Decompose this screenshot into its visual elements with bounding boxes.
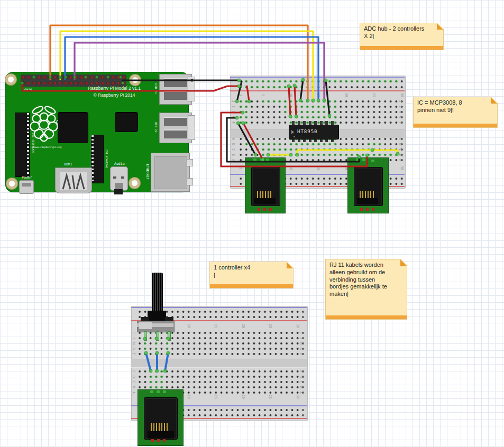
connected-holes xyxy=(148,369,164,374)
row-letter-label: H xyxy=(399,111,402,113)
sticky-note-rj11[interactable]: RJ 11 kabels worden alleen gebruikt om d… xyxy=(325,259,407,320)
row-letter-label: D xyxy=(299,376,303,378)
column-number-label: 20 xyxy=(242,324,245,328)
connected-holes xyxy=(238,79,399,84)
ic-chip[interactable]: HT8950 xyxy=(289,125,339,139)
sticky-note-adc-hub[interactable]: ADC hub - 2 controllers X 2| xyxy=(360,23,444,50)
column-number-label: 15 xyxy=(214,324,217,328)
usb-port-tip xyxy=(188,115,195,140)
ethernet-label: ETHERNET xyxy=(146,164,150,180)
row-letter-label: G xyxy=(132,348,135,350)
power-rail-blue-line xyxy=(230,77,405,78)
connected-holes xyxy=(153,341,159,346)
column-number-label: 25 xyxy=(269,395,272,399)
power-rail-red-line xyxy=(230,90,405,91)
column-number-label: 15 xyxy=(317,166,320,170)
row-letter-label: C xyxy=(132,381,135,383)
rj11-connector-3[interactable] xyxy=(138,389,184,446)
column-number-label: 10 xyxy=(187,324,190,328)
note-text: RJ 11 kabels worden alleen gebruikt om d… xyxy=(329,262,404,298)
connected-holes xyxy=(238,120,249,125)
connected-holes xyxy=(164,351,170,357)
connected-holes xyxy=(238,104,249,109)
sticky-note-controller[interactable]: 1 controller x4 | xyxy=(209,262,294,288)
column-number-label: 20 xyxy=(345,93,348,97)
connected-holes xyxy=(153,346,159,351)
soc-chip xyxy=(58,112,88,143)
row-letter-label: H xyxy=(132,342,135,344)
audio-jack-barrel xyxy=(114,189,123,194)
pi-url-text: http://www.raspberrypi.org xyxy=(24,146,61,148)
row-letter-label: A xyxy=(132,392,135,394)
mounting-hole xyxy=(5,74,16,85)
gpio-label: GPIO xyxy=(24,88,32,91)
connected-holes xyxy=(238,109,249,115)
row-letter-label: D xyxy=(399,143,402,145)
sticky-note-ic-info[interactable]: IC = MCP3008, 8 pinnen niet 9|! xyxy=(413,97,498,128)
potentiometer-leg xyxy=(156,331,159,341)
row-letter-label: I xyxy=(232,106,235,108)
connected-holes xyxy=(238,115,249,120)
connected-holes xyxy=(244,142,283,147)
connected-holes xyxy=(153,351,159,357)
note-fold-corner xyxy=(400,259,407,266)
connected-holes xyxy=(238,99,249,104)
column-number-label: 15 xyxy=(317,93,320,97)
row-letter-label: F xyxy=(299,353,303,355)
ethernet-tab xyxy=(187,178,193,185)
mounting-hole xyxy=(129,178,140,189)
connected-holes xyxy=(255,147,299,152)
column-number-label: 25 xyxy=(269,324,272,328)
row-letter-label: E xyxy=(232,138,235,140)
row-letter-label: G xyxy=(399,116,402,118)
raspberry-pi-board[interactable]: GPIO Raspberry Pi Model 2 v1.1 © Raspber… xyxy=(5,72,189,192)
potentiometer-shaft xyxy=(152,273,163,313)
rj11-connector-1[interactable] xyxy=(245,157,286,213)
fritzing-canvas[interactable]: GPIO Raspberry Pi Model 2 v1.1 © Raspber… xyxy=(0,0,504,447)
column-number-label: 10 xyxy=(289,93,292,97)
csi-label: CSI (CAMERA) xyxy=(105,150,108,169)
usb-controller-chip xyxy=(115,112,138,132)
note-text: ADC hub - 2 controllers X 2| xyxy=(364,25,441,40)
hdmi-port xyxy=(55,167,92,193)
connected-holes xyxy=(148,374,164,379)
row-letter-label: C xyxy=(299,381,303,383)
rj11-gold-pins xyxy=(257,191,273,198)
row-letter-label: J xyxy=(232,100,235,103)
row-letter-label: F xyxy=(132,353,135,355)
ethernet-port xyxy=(151,153,190,192)
connected-holes xyxy=(142,351,148,357)
note-fold-corner xyxy=(287,262,293,268)
row-letter-label: B xyxy=(399,154,402,156)
column-number-label: 10 xyxy=(187,395,190,399)
potentiometer[interactable] xyxy=(137,273,174,341)
note-fold-corner xyxy=(437,23,443,30)
rj11-connector-2[interactable] xyxy=(347,157,389,213)
row-letter-label: H xyxy=(232,111,235,113)
row-letter-label: B xyxy=(132,386,135,388)
note-resize-bar xyxy=(326,315,407,319)
column-number-label: 30 xyxy=(400,93,404,97)
row-letter-label: A xyxy=(232,159,235,161)
connected-holes xyxy=(288,142,338,147)
column-number-label: 30 xyxy=(400,166,404,170)
row-letter-label: I xyxy=(299,337,303,339)
connected-holes xyxy=(164,346,170,351)
ethernet-tab xyxy=(187,159,193,166)
usb-label: USB 2x xyxy=(154,122,158,133)
connected-holes xyxy=(148,379,164,385)
connected-holes xyxy=(288,115,338,120)
column-number-label: 1 xyxy=(239,94,242,96)
note-text: IC = MCP3008, 8 pinnen niet 9|! xyxy=(417,99,494,114)
connected-holes xyxy=(282,104,338,109)
connected-holes xyxy=(142,341,148,346)
row-letter-label: D xyxy=(232,143,235,145)
row-letter-label: I xyxy=(132,337,135,339)
column-number-label: 10 xyxy=(289,166,292,170)
column-number-label: 30 xyxy=(296,324,299,328)
column-number-label: 5 xyxy=(261,94,264,96)
row-letter-label: E xyxy=(132,370,135,373)
ic-pin1-marker xyxy=(294,136,295,137)
dsi-connector xyxy=(15,113,30,177)
row-letter-label: A xyxy=(399,159,402,161)
